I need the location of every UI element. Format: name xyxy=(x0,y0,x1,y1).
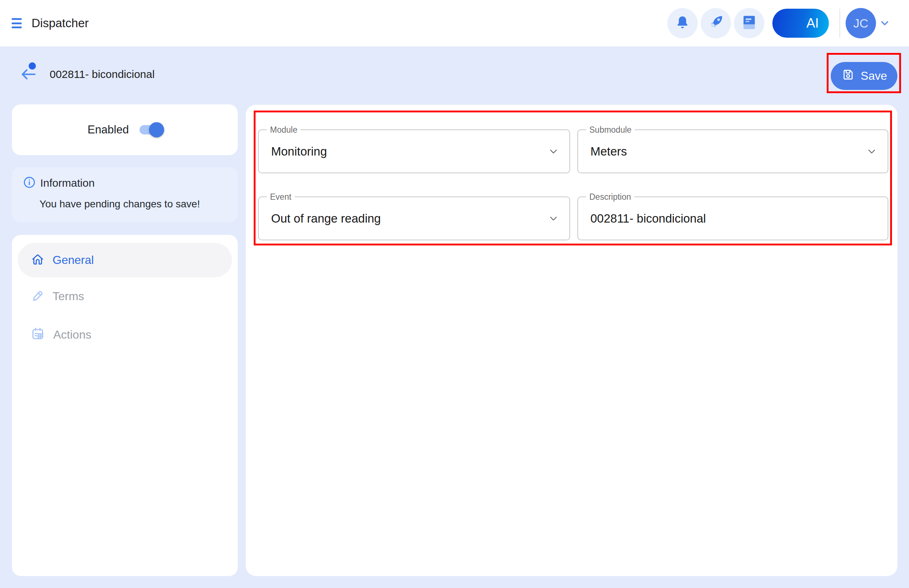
description-value: 002811- bicondicional xyxy=(591,197,706,240)
enabled-label: Enabled xyxy=(88,123,129,136)
notification-dot xyxy=(29,62,36,69)
chevron-down-icon[interactable] xyxy=(879,19,890,28)
event-select[interactable]: Event Out of range reading xyxy=(258,197,570,240)
avatar[interactable]: JC xyxy=(846,8,876,39)
sidebar-item-label: General xyxy=(53,254,94,267)
info-icon xyxy=(23,176,36,190)
calendar-plus-icon xyxy=(31,326,45,342)
submodule-select[interactable]: Submodule Meters xyxy=(577,129,888,173)
sidebar-item-actions[interactable]: Actions xyxy=(18,315,232,354)
save-button-label: Save xyxy=(861,69,887,82)
submodule-value: Meters xyxy=(591,130,627,173)
sidebar-item-label: Actions xyxy=(53,328,91,341)
main-content-card xyxy=(246,105,898,576)
top-bar: Dispatcher xyxy=(0,0,909,47)
enabled-toggle[interactable] xyxy=(140,125,162,134)
select-chevron-icon xyxy=(867,148,877,156)
document-button[interactable] xyxy=(734,8,764,39)
page-title: 002811- bicondicional xyxy=(50,68,155,81)
notifications-button[interactable] xyxy=(667,8,698,39)
bell-icon xyxy=(675,15,691,32)
event-value: Out of range reading xyxy=(271,197,381,240)
toggle-thumb xyxy=(149,122,164,137)
select-chevron-icon xyxy=(548,148,559,156)
save-icon xyxy=(841,68,855,84)
save-button[interactable]: Save xyxy=(831,62,898,90)
info-title: Information xyxy=(40,177,95,189)
sidebar-item-label: Terms xyxy=(53,290,84,303)
menu-icon[interactable] xyxy=(11,18,22,28)
avatar-initials: JC xyxy=(853,16,869,31)
ai-button[interactable]: AI xyxy=(772,9,829,38)
sidebar-item-terms[interactable]: Terms xyxy=(18,278,232,314)
back-arrow-icon[interactable] xyxy=(19,68,36,82)
topbar-divider xyxy=(840,9,840,38)
app-title: Dispatcher xyxy=(32,0,89,47)
info-message: You have pending changes to save! xyxy=(39,198,227,210)
enabled-card: Enabled xyxy=(12,104,238,155)
module-select[interactable]: Module Monitoring xyxy=(258,129,570,173)
information-card: Information You have pending changes to … xyxy=(12,167,238,222)
module-value: Monitoring xyxy=(271,130,327,173)
select-chevron-icon xyxy=(548,215,559,223)
app-root: Dispatcher xyxy=(0,0,909,588)
home-icon xyxy=(31,253,45,268)
rocket-icon xyxy=(707,14,724,32)
sidebar-nav: General Terms Actions xyxy=(12,235,238,576)
document-icon xyxy=(742,15,756,32)
ai-button-label: AI xyxy=(806,16,819,31)
sidebar-item-general[interactable]: General xyxy=(18,243,232,277)
rocket-button[interactable] xyxy=(701,8,731,39)
pencil-icon xyxy=(31,289,45,304)
description-input[interactable]: Description 002811- bicondicional xyxy=(577,197,888,240)
